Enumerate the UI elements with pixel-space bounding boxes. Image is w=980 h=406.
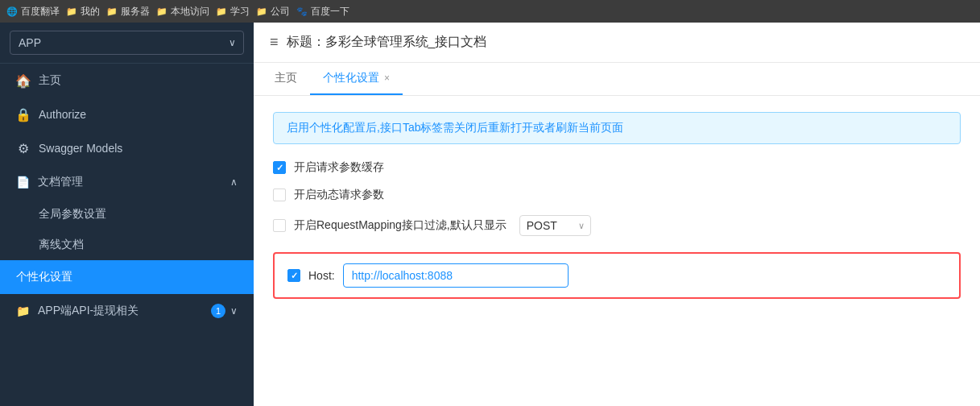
tab-home[interactable]: 主页 — [262, 63, 310, 95]
dynamic-params-row: 开启动态请求参数 — [273, 188, 961, 202]
lock-icon: 🔒 — [16, 107, 31, 122]
tab-close-button[interactable]: × — [384, 72, 390, 84]
menu-icon[interactable]: ≡ — [270, 34, 279, 51]
company-bookmark[interactable]: 📁 公司 — [256, 5, 290, 19]
request-mapping-checkbox[interactable] — [273, 219, 286, 232]
home-icon: 🏠 — [16, 73, 31, 88]
page-title: 标题：多彩全球管理系统_接口文档 — [287, 34, 487, 51]
baidu-bookmark[interactable]: 🐾 百度一下 — [296, 5, 349, 19]
sidebar: APP 🏠 主页 🔒 Authorize ⚙ Swagger Models 📄 … — [0, 23, 254, 406]
api-badge: 1 — [211, 304, 225, 318]
translate-bookmark[interactable]: 🌐 百度翻译 — [6, 5, 60, 19]
request-mapping-label: 开启RequestMapping接口过滤,默认只显示 — [294, 218, 507, 233]
sidebar-item-home[interactable]: 🏠 主页 — [0, 64, 254, 97]
cache-params-row: 开启请求参数缓存 — [273, 160, 961, 175]
browser-toolbar: 🌐 百度翻译 📁 我的 📁 服务器 📁 本地访问 📁 学习 📁 公司 🐾 百度一… — [0, 0, 980, 23]
local-bookmark[interactable]: 📁 本地访问 — [156, 5, 209, 19]
dynamic-params-checkbox[interactable] — [273, 188, 286, 201]
app-api-right: 1 ∨ — [211, 304, 238, 318]
doc-management-left: 📄 文档管理 — [16, 175, 83, 189]
host-checkbox[interactable] — [287, 269, 300, 282]
dynamic-params-label: 开启动态请求参数 — [294, 188, 384, 202]
translate-icon: 🌐 — [6, 6, 18, 17]
request-method-select[interactable]: POST GET PUT DELETE — [519, 215, 591, 236]
chevron-up-icon: ∧ — [230, 176, 238, 188]
sidebar-item-personalization[interactable]: 个性化设置 — [0, 260, 254, 294]
server-bookmark[interactable]: 📁 服务器 — [106, 5, 150, 19]
post-select-wrapper: POST GET PUT DELETE — [515, 215, 591, 236]
sidebar-item-swagger-models[interactable]: ⚙ Swagger Models — [0, 131, 254, 165]
gear-icon: ⚙ — [16, 141, 31, 155]
app-selector-wrapper[interactable]: APP — [10, 31, 244, 55]
host-label: Host: — [308, 269, 335, 282]
app-api-left: 📁 APP端API-提现相关 — [16, 304, 139, 318]
sidebar-item-offline-docs[interactable]: 离线文档 — [0, 230, 254, 260]
host-input[interactable] — [343, 263, 569, 288]
main-content: ≡ 标题：多彩全球管理系统_接口文档 主页 个性化设置 × 启用个性化配置后,接… — [254, 23, 980, 406]
chevron-down-icon: ∨ — [230, 305, 238, 317]
sidebar-header: APP — [0, 23, 254, 64]
my-bookmark[interactable]: 📁 我的 — [66, 5, 100, 19]
study-bookmark[interactable]: 📁 学习 — [216, 5, 250, 19]
folder-icon-company: 📁 — [256, 6, 267, 17]
info-banner: 启用个性化配置后,接口Tab标签需关闭后重新打开或者刷新当前页面 — [273, 112, 961, 144]
content-area: 启用个性化配置后,接口Tab标签需关闭后重新打开或者刷新当前页面 开启请求参数缓… — [254, 96, 980, 406]
host-setting-container: Host: — [273, 252, 961, 299]
app-container: APP 🏠 主页 🔒 Authorize ⚙ Swagger Models 📄 … — [0, 23, 980, 406]
folder-icon-local: 📁 — [156, 6, 167, 17]
sidebar-item-app-api[interactable]: 📁 APP端API-提现相关 1 ∨ — [0, 294, 254, 328]
tab-personalization[interactable]: 个性化设置 × — [310, 63, 403, 95]
tabs-bar: 主页 个性化设置 × — [254, 63, 980, 96]
request-mapping-row: 开启RequestMapping接口过滤,默认只显示 POST GET PUT … — [273, 215, 961, 236]
main-header: ≡ 标题：多彩全球管理系统_接口文档 — [254, 23, 980, 63]
sidebar-item-doc-management[interactable]: 📄 文档管理 ∧ — [0, 165, 254, 199]
sidebar-item-authorize[interactable]: 🔒 Authorize — [0, 97, 254, 131]
sidebar-item-global-params[interactable]: 全局参数设置 — [0, 199, 254, 230]
cache-params-checkbox[interactable] — [273, 161, 286, 174]
folder-icon-server: 📁 — [106, 6, 118, 17]
doc-icon: 📄 — [16, 176, 30, 188]
folder-icon-api: 📁 — [16, 304, 30, 317]
folder-icon-study: 📁 — [216, 6, 227, 17]
baidu-icon: 🐾 — [296, 6, 308, 17]
folder-icon-my: 📁 — [66, 6, 77, 17]
cache-params-label: 开启请求参数缓存 — [294, 160, 384, 175]
settings-form: 开启请求参数缓存 开启动态请求参数 开启RequestMapping接口过滤,默… — [273, 160, 961, 299]
app-selector[interactable]: APP — [10, 31, 244, 55]
